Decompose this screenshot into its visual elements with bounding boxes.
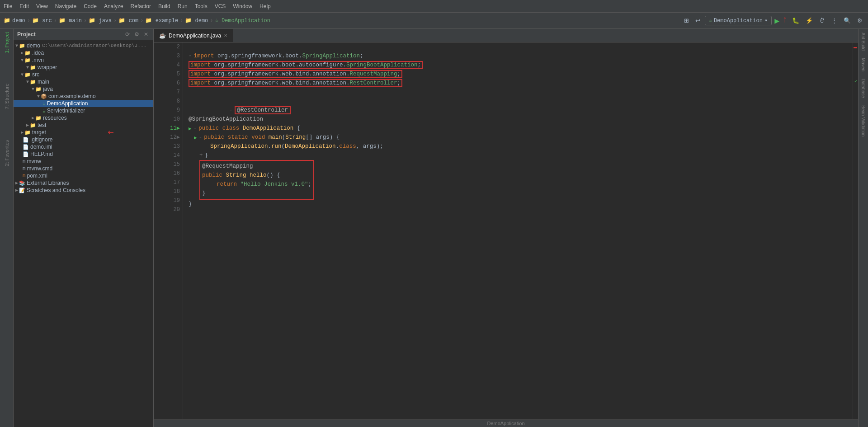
toolbar-layout-btn[interactable]: ⊞ <box>682 16 691 25</box>
code-line-6: import org.springframework.web.bind.anno… <box>189 79 853 88</box>
java-icon-demoapplication: ☕ <box>42 101 46 107</box>
tree-item-pomxml[interactable]: m pom.xml <box>14 172 153 179</box>
panel-gear-btn[interactable]: ⚙ <box>133 31 141 38</box>
tree-item-src[interactable]: ▼ 📁 src <box>14 71 153 78</box>
breadcrumb-src[interactable]: 📁 src <box>32 17 52 24</box>
kw-import-6: import <box>190 80 214 86</box>
right-tab-beanvalidation[interactable]: Bean Validation <box>860 103 867 138</box>
tree-item-mvnwcmd[interactable]: m mvnw.cmd <box>14 165 153 172</box>
tree-item-demoliml[interactable]: 📄 demo.iml <box>14 143 153 150</box>
right-tab-antbuild[interactable]: Ant Build <box>860 31 867 52</box>
menu-code[interactable]: Code <box>84 3 97 9</box>
kw-return-17: return <box>217 181 241 188</box>
code-line-5: import org.springframework.web.bind.anno… <box>189 70 853 79</box>
code-line-17: return "Hello Jenkins v1.0" ; <box>202 180 311 189</box>
code-content[interactable]: - import org.springframework.boot.Spring… <box>183 42 853 419</box>
bracket-12: [] args) { <box>306 134 340 141</box>
tree-item-idea[interactable]: ▶ 📁 .idea <box>14 49 153 56</box>
breadcrumb-demo2[interactable]: 📁 demo <box>185 17 208 24</box>
sep6: › <box>180 18 183 24</box>
tree-item-servletinitializer[interactable]: ☕ ServletInitializer <box>14 107 153 114</box>
sep7: › <box>210 18 213 24</box>
menu-edit[interactable]: Edit <box>19 3 29 9</box>
tree-label-target: target <box>32 129 46 136</box>
breadcrumb-example[interactable]: 📁 example <box>145 17 178 24</box>
menu-analyze[interactable]: Analyze <box>104 3 123 9</box>
right-tab-database[interactable]: Database <box>860 77 867 100</box>
coverage-button[interactable]: ⚡ <box>804 16 815 25</box>
tree-item-ext-libs[interactable]: ▶ 📚 External Libraries <box>14 179 153 187</box>
tab-demoapplication[interactable]: ☕ DemoApplication.java ✕ <box>154 29 233 42</box>
run-config-selector[interactable]: ☕ DemoApplication ▾ <box>705 16 772 25</box>
cls-demoapplication-ref: DemoApplication <box>285 143 336 150</box>
breadcrumb-com[interactable]: 📁 com <box>118 17 138 24</box>
tree-item-resources[interactable]: ▶ 📁 resources <box>14 114 153 122</box>
settings-btn[interactable]: ⚙ <box>855 16 864 25</box>
toolbar: 📁 demo › 📁 src › 📁 main › 📁 java › 📁 com… <box>0 13 868 29</box>
line-numbers-gutter: 2 3 4 5 6 7 8 9 10 11▶ 12▶ 13 14 15 16 1… <box>154 42 183 419</box>
tree-item-gitignore[interactable]: 📄 .gitignore <box>14 136 153 143</box>
arrow-target: ▶ <box>21 130 24 135</box>
menu-window[interactable]: Window <box>233 3 252 9</box>
tree-item-package[interactable]: ▼ 📦 com.example.demo <box>14 93 153 100</box>
search-btn[interactable]: 🔍 <box>842 16 853 25</box>
gitignore-icon: 📄 <box>23 137 29 143</box>
left-tab-structure[interactable]: 7: Structure <box>3 82 11 111</box>
left-tab-favorites[interactable]: 2: Favorites <box>3 139 11 167</box>
tree-item-mvnw[interactable]: m mvnw <box>14 158 153 165</box>
panel-sync-btn[interactable]: ⟳ <box>124 31 131 38</box>
breadcrumb-demo[interactable]: 📁 <box>4 17 10 24</box>
left-tab-project[interactable]: 1: Project <box>3 31 11 54</box>
tree-label-package: com.example.demo <box>48 93 96 99</box>
tree-item-main[interactable]: ▼ 📁 main <box>14 78 153 85</box>
tree-item-target[interactable]: ▶ 📁 target <box>14 129 153 136</box>
arrow-demo: ▼ <box>15 43 18 48</box>
menu-run[interactable]: Run <box>178 3 188 9</box>
run-config-label: DemoApplication <box>714 18 763 24</box>
menu-tools[interactable]: Tools <box>195 3 208 9</box>
redbox-method: @RequestMapping public String hello () {… <box>199 160 314 200</box>
menu-view[interactable]: View <box>36 3 48 9</box>
kw-import-4: import <box>190 62 214 68</box>
tree-item-java[interactable]: ▼ 📁 java <box>14 85 153 93</box>
breadcrumb-main[interactable]: 📁 main <box>59 17 82 24</box>
right-tab-maven[interactable]: Maven <box>860 56 867 73</box>
menu-vcs[interactable]: VCS <box>215 3 226 9</box>
profile-button[interactable]: ⏱ <box>817 16 827 25</box>
tree-item-helpmd[interactable]: 📄 HELP.md <box>14 150 153 158</box>
code-line-3: - import org.springframework.boot.Spring… <box>189 52 853 61</box>
arrow-wrapper: ▼ <box>26 65 29 70</box>
code-line-20 <box>189 209 853 218</box>
breadcrumb-java[interactable]: 📁 java <box>89 17 112 24</box>
tree-item-test[interactable]: ▶ 📁 test <box>14 122 153 129</box>
menu-help[interactable]: Help <box>259 3 271 9</box>
run-button[interactable]: ▶ <box>774 16 779 26</box>
tree-item-demoapplication[interactable]: ☕ DemoApplication <box>14 100 153 107</box>
panel-hide-btn[interactable]: ✕ <box>142 31 150 38</box>
cls-4: SpringBootApplication <box>346 62 418 68</box>
debug-button[interactable]: 🐛 <box>790 16 801 25</box>
line-9: 9 <box>154 106 183 115</box>
line-16: 16 <box>154 169 183 178</box>
tab-close-btn[interactable]: ✕ <box>224 33 227 38</box>
arrow-resources: ▶ <box>32 115 34 121</box>
tree-item-scratches[interactable]: ▶ 📝 Scratches and Consoles <box>14 187 153 194</box>
breadcrumb-demo-label[interactable]: demo <box>12 18 25 24</box>
menu-file[interactable]: File <box>4 3 12 9</box>
run-gutter-11: ▶ <box>189 126 192 131</box>
tree-item-mvn[interactable]: ▼ 📁 .mvn <box>14 56 153 64</box>
right-sidebar: Ant Build Maven Database Bean Validation <box>858 29 868 427</box>
breadcrumb-demoapp[interactable]: ☕ DemoApplication <box>215 17 270 24</box>
toolbar-more-btn[interactable]: ⋮ <box>830 16 839 25</box>
menu-refactor[interactable]: Refactor <box>131 3 151 9</box>
str-hello: "Hello Jenkins v1.0" <box>241 181 308 188</box>
menu-navigate[interactable]: Navigate <box>55 3 76 9</box>
tree-item-root[interactable]: ▼ 📁 demo C:\Users\Administrator\Desktop\… <box>14 42 153 49</box>
code-line-10: @SpringBootApplication <box>189 115 853 124</box>
fold-3: - <box>189 53 192 59</box>
redbox-9: @RestController <box>235 106 291 114</box>
cls-demoapplication: DemoApplication <box>243 125 297 131</box>
menu-build[interactable]: Build <box>158 3 170 9</box>
tree-item-wrapper[interactable]: ▼ 📁 wrapper <box>14 64 153 71</box>
toolbar-back-btn[interactable]: ↩ <box>693 16 702 25</box>
